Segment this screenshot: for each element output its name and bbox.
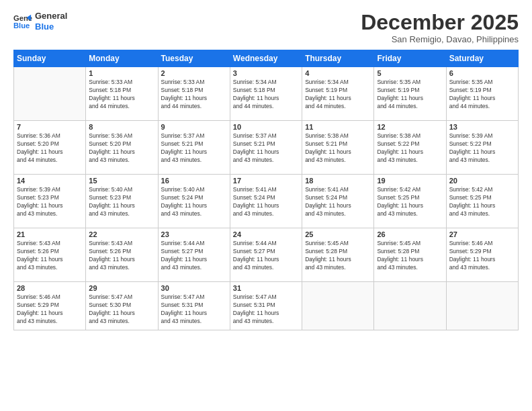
day-number: 5: [377, 69, 443, 77]
day-number: 27: [449, 230, 515, 238]
day-number: 15: [89, 177, 154, 185]
day-info: Sunrise: 5:47 AMSunset: 5:31 PMDaylight:…: [233, 293, 299, 326]
calendar-cell: 27Sunrise: 5:46 AMSunset: 5:29 PMDayligh…: [446, 228, 518, 282]
day-number: 20: [449, 177, 515, 185]
day-info: Sunrise: 5:42 AMSunset: 5:25 PMDaylight:…: [377, 186, 443, 218]
calendar-cell: 28Sunrise: 5:46 AMSunset: 5:29 PMDayligh…: [14, 282, 86, 330]
day-info: Sunrise: 5:35 AMSunset: 5:19 PMDaylight:…: [449, 79, 515, 111]
calendar-cell: [374, 282, 446, 330]
calendar-cell: 13Sunrise: 5:39 AMSunset: 5:22 PMDayligh…: [446, 121, 518, 175]
day-info: Sunrise: 5:46 AMSunset: 5:29 PMDaylight:…: [449, 240, 515, 272]
day-number: 12: [377, 123, 443, 131]
calendar-cell: 1Sunrise: 5:33 AMSunset: 5:18 PMDaylight…: [86, 67, 158, 121]
calendar-cell: 6Sunrise: 5:35 AMSunset: 5:19 PMDaylight…: [446, 67, 518, 121]
calendar-week-1: 1Sunrise: 5:33 AMSunset: 5:18 PMDaylight…: [14, 67, 519, 121]
calendar-cell: 2Sunrise: 5:33 AMSunset: 5:18 PMDaylight…: [158, 67, 230, 121]
calendar-cell: [446, 282, 518, 330]
day-info: Sunrise: 5:37 AMSunset: 5:21 PMDaylight:…: [233, 132, 299, 165]
calendar-cell: 8Sunrise: 5:36 AMSunset: 5:20 PMDaylight…: [86, 121, 158, 175]
calendar-week-3: 14Sunrise: 5:39 AMSunset: 5:23 PMDayligh…: [14, 175, 519, 228]
day-info: Sunrise: 5:34 AMSunset: 5:19 PMDaylight:…: [305, 79, 371, 111]
day-info: Sunrise: 5:37 AMSunset: 5:21 PMDaylight:…: [161, 132, 227, 165]
logo: General Blue General Blue: [13, 11, 67, 32]
calendar-cell: 18Sunrise: 5:41 AMSunset: 5:24 PMDayligh…: [302, 175, 374, 228]
calendar-cell: 21Sunrise: 5:43 AMSunset: 5:26 PMDayligh…: [14, 228, 86, 282]
day-info: Sunrise: 5:46 AMSunset: 5:29 PMDaylight:…: [17, 293, 83, 326]
title-block: December 2025 San Remigio, Davao, Philip…: [361, 11, 519, 44]
logo-line2: Blue: [35, 21, 67, 32]
day-number: 26: [377, 230, 443, 238]
calendar-cell: 20Sunrise: 5:42 AMSunset: 5:25 PMDayligh…: [446, 175, 518, 228]
day-info: Sunrise: 5:40 AMSunset: 5:23 PMDaylight:…: [89, 186, 154, 218]
day-number: 31: [233, 284, 299, 292]
day-info: Sunrise: 5:45 AMSunset: 5:28 PMDaylight:…: [305, 240, 371, 272]
calendar-cell: [14, 67, 86, 121]
day-info: Sunrise: 5:44 AMSunset: 5:27 PMDaylight:…: [233, 240, 299, 272]
day-info: Sunrise: 5:47 AMSunset: 5:31 PMDaylight:…: [161, 293, 227, 326]
day-number: 28: [17, 284, 83, 292]
page: General Blue General Blue December 2025 …: [0, 0, 532, 411]
calendar-week-5: 28Sunrise: 5:46 AMSunset: 5:29 PMDayligh…: [14, 282, 519, 330]
day-info: Sunrise: 5:33 AMSunset: 5:18 PMDaylight:…: [161, 79, 227, 111]
header-day-thursday: Thursday: [302, 50, 374, 67]
calendar-cell: 4Sunrise: 5:34 AMSunset: 5:19 PMDaylight…: [302, 67, 374, 121]
day-number: 4: [305, 69, 371, 77]
day-number: 10: [233, 123, 299, 131]
day-number: 19: [377, 177, 443, 185]
header-day-sunday: Sunday: [14, 50, 86, 67]
day-info: Sunrise: 5:41 AMSunset: 5:24 PMDaylight:…: [233, 186, 299, 218]
day-info: Sunrise: 5:33 AMSunset: 5:18 PMDaylight:…: [89, 79, 154, 111]
day-info: Sunrise: 5:41 AMSunset: 5:24 PMDaylight:…: [305, 186, 371, 218]
day-number: 6: [449, 69, 515, 77]
calendar-cell: 30Sunrise: 5:47 AMSunset: 5:31 PMDayligh…: [158, 282, 230, 330]
header-day-wednesday: Wednesday: [230, 50, 302, 67]
day-info: Sunrise: 5:45 AMSunset: 5:28 PMDaylight:…: [377, 240, 443, 272]
calendar-cell: 25Sunrise: 5:45 AMSunset: 5:28 PMDayligh…: [302, 228, 374, 282]
day-number: 11: [305, 123, 371, 131]
day-number: 24: [233, 230, 299, 238]
header-day-monday: Monday: [86, 50, 158, 67]
header-day-saturday: Saturday: [446, 50, 518, 67]
calendar-cell: 10Sunrise: 5:37 AMSunset: 5:21 PMDayligh…: [230, 121, 302, 175]
day-number: 2: [161, 69, 227, 77]
day-number: 21: [17, 230, 83, 238]
location: San Remigio, Davao, Philippines: [361, 34, 519, 44]
calendar-cell: 29Sunrise: 5:47 AMSunset: 5:30 PMDayligh…: [86, 282, 158, 330]
calendar-cell: 7Sunrise: 5:36 AMSunset: 5:20 PMDaylight…: [14, 121, 86, 175]
day-number: 23: [161, 230, 227, 238]
day-number: 25: [305, 230, 371, 238]
day-number: 13: [449, 123, 515, 131]
day-number: 16: [161, 177, 227, 185]
day-info: Sunrise: 5:39 AMSunset: 5:23 PMDaylight:…: [17, 186, 83, 218]
day-number: 1: [89, 69, 154, 77]
day-number: 29: [89, 284, 154, 292]
header-day-friday: Friday: [374, 50, 446, 67]
day-info: Sunrise: 5:44 AMSunset: 5:27 PMDaylight:…: [161, 240, 227, 272]
calendar-cell: 5Sunrise: 5:35 AMSunset: 5:19 PMDaylight…: [374, 67, 446, 121]
day-info: Sunrise: 5:47 AMSunset: 5:30 PMDaylight:…: [89, 293, 154, 326]
calendar-cell: 14Sunrise: 5:39 AMSunset: 5:23 PMDayligh…: [14, 175, 86, 228]
calendar-cell: 11Sunrise: 5:38 AMSunset: 5:21 PMDayligh…: [302, 121, 374, 175]
day-info: Sunrise: 5:38 AMSunset: 5:21 PMDaylight:…: [305, 132, 371, 165]
calendar-cell: 19Sunrise: 5:42 AMSunset: 5:25 PMDayligh…: [374, 175, 446, 228]
calendar-cell: 3Sunrise: 5:34 AMSunset: 5:18 PMDaylight…: [230, 67, 302, 121]
calendar-cell: 24Sunrise: 5:44 AMSunset: 5:27 PMDayligh…: [230, 228, 302, 282]
calendar-cell: 31Sunrise: 5:47 AMSunset: 5:31 PMDayligh…: [230, 282, 302, 330]
svg-text:Blue: Blue: [13, 21, 30, 30]
calendar-cell: 23Sunrise: 5:44 AMSunset: 5:27 PMDayligh…: [158, 228, 230, 282]
header: General Blue General Blue December 2025 …: [13, 11, 519, 44]
day-number: 18: [305, 177, 371, 185]
day-info: Sunrise: 5:39 AMSunset: 5:22 PMDaylight:…: [449, 132, 515, 165]
month-title: December 2025: [361, 11, 519, 34]
day-number: 14: [17, 177, 83, 185]
day-number: 9: [161, 123, 227, 131]
day-info: Sunrise: 5:43 AMSunset: 5:26 PMDaylight:…: [89, 240, 154, 272]
calendar-cell: [302, 282, 374, 330]
calendar-cell: 12Sunrise: 5:38 AMSunset: 5:22 PMDayligh…: [374, 121, 446, 175]
day-info: Sunrise: 5:35 AMSunset: 5:19 PMDaylight:…: [377, 79, 443, 111]
day-info: Sunrise: 5:38 AMSunset: 5:22 PMDaylight:…: [377, 132, 443, 165]
calendar-header-row: SundayMondayTuesdayWednesdayThursdayFrid…: [14, 50, 519, 67]
calendar-week-4: 21Sunrise: 5:43 AMSunset: 5:26 PMDayligh…: [14, 228, 519, 282]
calendar-cell: 9Sunrise: 5:37 AMSunset: 5:21 PMDaylight…: [158, 121, 230, 175]
day-info: Sunrise: 5:34 AMSunset: 5:18 PMDaylight:…: [233, 79, 299, 111]
